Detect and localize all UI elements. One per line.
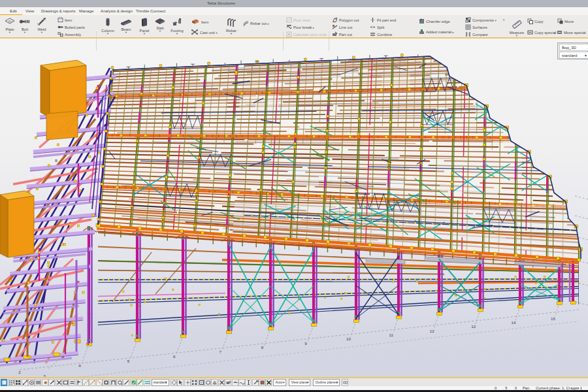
svg-text:14: 14 (512, 320, 516, 325)
svg-text:9: 9 (304, 341, 307, 346)
svg-text:7: 7 (219, 350, 221, 354)
svg-text:5: 5 (127, 359, 130, 363)
svg-text:2: 2 (18, 370, 21, 374)
svg-text:-x: -x (234, 380, 236, 383)
svg-text:6: 6 (173, 354, 176, 359)
svg-text:В: В (55, 159, 57, 163)
svg-text:Н: Н (563, 263, 566, 267)
svg-text:И: И (108, 93, 111, 97)
svg-text:13: 13 (471, 324, 476, 329)
svg-text:12: 12 (430, 329, 434, 333)
svg-text:8: 8 (261, 345, 264, 350)
svg-text:11: 11 (389, 333, 394, 337)
svg-text:4: 4 (78, 363, 81, 368)
svg-text:15: 15 (551, 316, 555, 321)
svg-text:10: 10 (346, 336, 351, 341)
